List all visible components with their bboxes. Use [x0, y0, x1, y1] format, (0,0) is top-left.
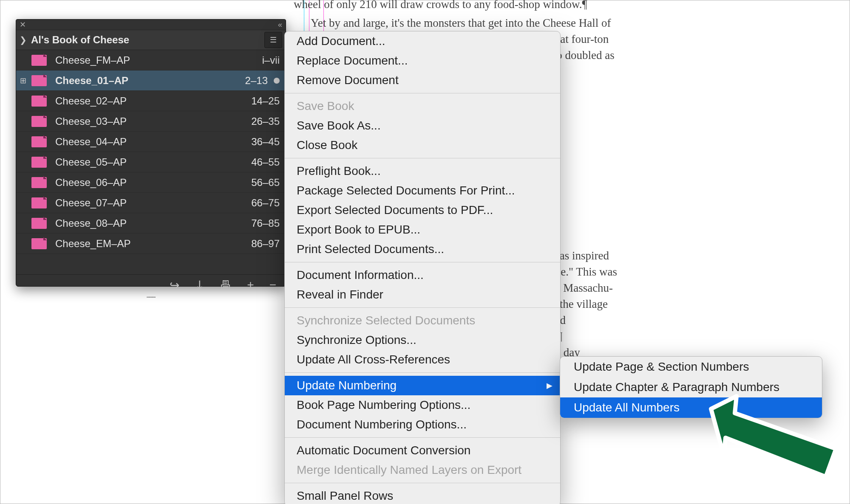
indesign-doc-icon — [31, 238, 47, 249]
add-document-icon[interactable]: + — [247, 278, 254, 292]
indesign-doc-icon — [31, 55, 47, 66]
book-document-row[interactable]: Cheese_08–AP76–85 — [16, 213, 286, 234]
menu-item[interactable]: Add Document... — [285, 31, 560, 51]
book-document-list: Cheese_FM–APi–vii⊞Cheese_01–AP2–13Cheese… — [16, 50, 286, 254]
menu-item[interactable]: Automatic Document Conversion — [285, 441, 560, 460]
book-document-row[interactable]: ⊞Cheese_01–AP2–13 — [16, 70, 286, 91]
document-name: Cheese_02–AP — [55, 95, 229, 107]
style-source-icon: ⊞ — [17, 76, 29, 85]
menu-item[interactable]: Save Book As... — [285, 116, 560, 135]
document-name: Cheese_07–AP — [55, 197, 229, 209]
document-name: Cheese_04–AP — [55, 136, 229, 148]
indesign-doc-icon — [31, 75, 47, 86]
menu-item[interactable]: Export Book to EPUB... — [285, 220, 560, 239]
app-stage: wheel of only 210 will draw crowds to an… — [0, 0, 850, 504]
menu-item[interactable]: Update Numbering — [285, 376, 560, 395]
menu-item[interactable]: Close Book — [285, 135, 560, 155]
chevron-down-icon[interactable]: ❯ — [20, 35, 27, 45]
menu-item: Synchronize Selected Documents — [285, 311, 560, 330]
book-document-row[interactable]: Cheese_02–AP14–25 — [16, 91, 286, 111]
svg-marker-0 — [711, 396, 836, 477]
book-document-row[interactable]: Cheese_EM–AP86–97 — [16, 234, 286, 254]
menu-separator — [285, 262, 560, 262]
close-icon[interactable]: ✕ — [20, 20, 26, 29]
page-range: 56–65 — [229, 177, 280, 189]
indesign-doc-icon — [31, 157, 47, 168]
remove-document-icon[interactable]: − — [269, 278, 276, 292]
menu-item[interactable]: Synchronize Options... — [285, 330, 560, 350]
document-name: Cheese_03–AP — [55, 115, 229, 127]
menu-separator — [285, 437, 560, 438]
menu-item: Merge Identically Named Layers on Export — [285, 460, 560, 480]
menu-item[interactable]: Print Selected Documents... — [285, 239, 560, 259]
document-name: Cheese_FM–AP — [55, 54, 229, 66]
menu-item[interactable]: Package Selected Documents For Print... — [285, 181, 560, 200]
pointer-arrow-annotation — [708, 394, 844, 483]
doc-line: Yet by and large, it's the monsters that… — [294, 15, 845, 31]
page-range: i–vii — [229, 54, 280, 66]
book-document-row[interactable]: Cheese_04–AP36–45 — [16, 132, 286, 152]
submenu-item[interactable]: Update Page & Section Numbers — [560, 357, 822, 377]
menu-separator — [285, 93, 560, 93]
menu-item[interactable]: Remove Document — [285, 70, 560, 90]
page-range: 46–55 — [229, 156, 280, 168]
panel-menu-button[interactable]: ☰ — [264, 32, 282, 48]
book-panel[interactable]: ✕ « ❯ Al's Book of Cheese ☰ Cheese_FM–AP… — [16, 19, 286, 287]
book-document-row[interactable]: Cheese_07–AP66–75 — [16, 193, 286, 213]
indesign-doc-icon — [31, 116, 47, 127]
collapse-icon[interactable]: « — [278, 20, 282, 29]
indesign-doc-icon — [31, 218, 47, 229]
document-name: Cheese_06–AP — [55, 177, 229, 189]
menu-item[interactable]: Reveal in Finder — [285, 285, 560, 304]
menu-item[interactable]: Book Page Numbering Options... — [285, 395, 560, 415]
menu-separator — [285, 372, 560, 373]
panel-toolbar: ↪ ⤓ 🖶 + − — [16, 275, 286, 295]
page-range: 14–25 — [229, 95, 280, 107]
menu-separator — [285, 483, 560, 483]
menu-separator — [285, 158, 560, 158]
menu-item[interactable]: Update All Cross-References — [285, 350, 560, 369]
document-name: Cheese_EM–AP — [55, 238, 229, 250]
book-document-row[interactable]: Cheese_06–AP56–65 — [16, 172, 286, 193]
doc-line: wheel of only 210 will draw crowds to an… — [294, 0, 845, 12]
page-range: 76–85 — [229, 217, 280, 229]
indesign-doc-icon — [31, 96, 47, 107]
menu-item: Save Book — [285, 96, 560, 116]
menu-separator — [285, 307, 560, 308]
book-document-row[interactable]: Cheese_05–AP46–55 — [16, 152, 286, 172]
panel-header-strip: ✕ « — [16, 20, 286, 30]
book-document-row[interactable]: Cheese_03–AP26–35 — [16, 111, 286, 132]
open-doc-indicator-icon — [274, 78, 280, 84]
panel-resize-grip[interactable]: ┉┉┉ — [16, 295, 286, 299]
page-range: 26–35 — [229, 115, 280, 127]
page-range: 2–13 — [217, 75, 268, 87]
page-range: 66–75 — [229, 197, 280, 209]
document-name: Cheese_08–AP — [55, 217, 229, 229]
menu-item[interactable]: Document Information... — [285, 265, 560, 285]
panel-filler — [16, 254, 286, 275]
indesign-doc-icon — [31, 177, 47, 188]
save-book-icon[interactable]: ⤓ — [195, 278, 204, 292]
indesign-doc-icon — [31, 136, 47, 147]
menu-item[interactable]: Export Selected Documents to PDF... — [285, 200, 560, 220]
menu-item[interactable]: Small Panel Rows — [285, 486, 560, 504]
menu-item[interactable]: Preflight Book... — [285, 161, 560, 181]
menu-item[interactable]: Replace Document... — [285, 51, 560, 70]
panel-context-menu[interactable]: Add Document...Replace Document...Remove… — [284, 31, 561, 504]
document-name: Cheese_05–AP — [55, 156, 229, 168]
book-document-row[interactable]: Cheese_FM–APi–vii — [16, 50, 286, 70]
print-icon[interactable]: 🖶 — [220, 278, 232, 292]
document-name: Cheese_01–AP — [55, 75, 217, 87]
page-range: 36–45 — [229, 136, 280, 148]
panel-title-bar: ❯ Al's Book of Cheese ☰ — [16, 30, 286, 50]
menu-item[interactable]: Document Numbering Options... — [285, 415, 560, 434]
page-range: 86–97 — [229, 238, 280, 250]
sync-icon[interactable]: ↪ — [170, 278, 179, 292]
indesign-doc-icon — [31, 197, 47, 208]
book-title: Al's Book of Cheese — [31, 34, 129, 46]
